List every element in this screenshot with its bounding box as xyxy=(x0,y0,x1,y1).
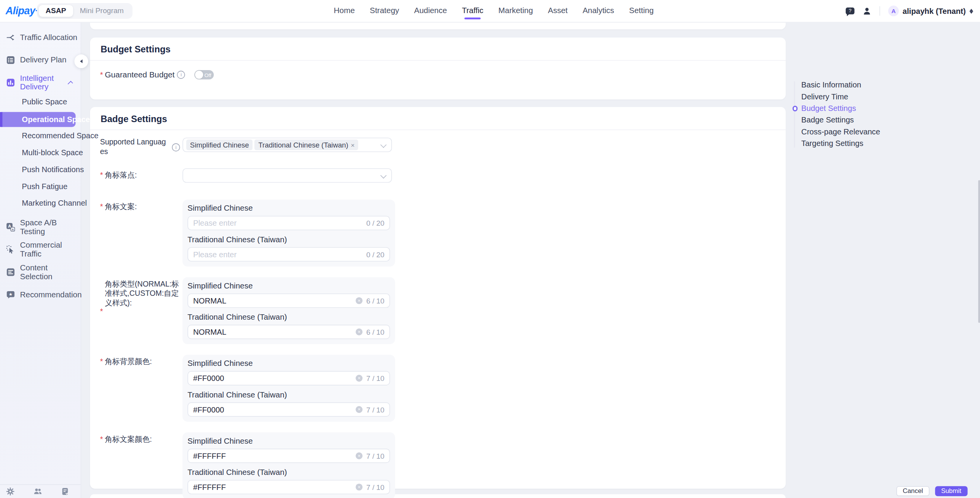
guaranteed-budget-toggle[interactable]: Off xyxy=(194,70,214,79)
tenant-avatar: A xyxy=(888,6,899,17)
audit-note-icon[interactable] xyxy=(61,487,69,495)
intelligent-delivery-icon xyxy=(6,78,15,87)
nav-item-strategy[interactable]: Strategy xyxy=(370,0,399,22)
supported-languages-select[interactable]: Simplified Chinese Traditional Chinese (… xyxy=(182,137,392,152)
sidebar-item-label: Traffic Allocation xyxy=(20,33,77,42)
nav-item-asset[interactable]: Asset xyxy=(548,0,568,22)
collapse-left-icon xyxy=(78,59,82,63)
sidebar-item-content-selection[interactable]: Content Selection xyxy=(0,261,81,283)
sidebar-subitem-push-notifications[interactable]: Push Notifications xyxy=(0,161,81,178)
clear-input-icon[interactable] xyxy=(356,453,362,459)
lang-label: Simplified Chinese xyxy=(187,360,390,368)
previous-section-card-edge xyxy=(90,22,786,29)
required-asterisk: * xyxy=(100,435,103,444)
badge-bg-color-sc-input[interactable] xyxy=(193,374,352,383)
nav-item-traffic[interactable]: Traffic xyxy=(462,0,484,22)
sidebar-subitem-marketing-channel[interactable]: Marketing Channel xyxy=(0,195,81,212)
info-icon[interactable] xyxy=(177,71,185,79)
badge-bg-color-tc-input[interactable] xyxy=(193,405,352,414)
anchor-badge-settings[interactable]: Badge Settings xyxy=(794,114,880,126)
char-counter: 6 / 10 xyxy=(366,297,384,305)
sidebar-subitem-recommended-space[interactable]: Recommended Space xyxy=(0,127,81,144)
badge-type-tc-input[interactable] xyxy=(193,327,352,336)
char-counter: 6 / 10 xyxy=(366,328,384,336)
required-asterisk: * xyxy=(100,171,103,180)
badge-text-color-tc-input[interactable] xyxy=(193,483,352,491)
scrollbar-thumb[interactable] xyxy=(978,180,980,323)
section-title-budget-settings: Budget Settings xyxy=(90,37,786,60)
sidebar: Traffic Allocation Delivery Plan Intelli… xyxy=(0,22,81,498)
chat-question-icon[interactable] xyxy=(846,7,855,14)
workspace-tab-mini-program[interactable]: Mini Program xyxy=(73,5,131,17)
clear-input-icon[interactable] xyxy=(356,484,362,491)
sidebar-subitem-push-fatigue[interactable]: Push Fatigue xyxy=(0,178,81,195)
badge-text-tc-input[interactable] xyxy=(193,250,362,259)
chevron-up-icon xyxy=(68,81,73,86)
badge-text-color-group: Simplified Chinese 7 / 10 Traditional Ch… xyxy=(182,433,395,498)
lang-label: Traditional Chinese (Taiwan) xyxy=(187,236,390,244)
lang-label: Traditional Chinese (Taiwan) xyxy=(187,314,390,322)
nav-item-audience[interactable]: Audience xyxy=(414,0,447,22)
lang-label: Traditional Chinese (Taiwan) xyxy=(187,391,390,399)
sidebar-item-delivery-plan[interactable]: Delivery Plan xyxy=(0,49,81,71)
char-counter: 7 / 10 xyxy=(366,406,384,414)
badge-type-tc-field: 6 / 10 xyxy=(187,325,390,339)
badge-bg-color-label: * 角标背景颜色: xyxy=(100,355,182,422)
nav-item-analytics[interactable]: Analytics xyxy=(583,0,614,22)
sidebar-item-commercial-traffic[interactable]: Commercial Traffic xyxy=(0,238,81,261)
guaranteed-budget-label-text: Guaranteed Budget xyxy=(105,70,174,79)
sidebar-collapse-button[interactable] xyxy=(74,54,88,68)
badge-position-select[interactable] xyxy=(182,168,392,183)
badge-text-sc-input[interactable] xyxy=(193,219,362,228)
badge-bg-color-row: * 角标背景颜色: Simplified Chinese 7 / 10 Trad… xyxy=(90,355,786,422)
sidebar-item-recommendation[interactable]: ★ Recommendation xyxy=(0,283,81,306)
recommendation-icon: ★ xyxy=(6,290,15,299)
sidebar-item-label: Space A/B Testing xyxy=(20,218,81,236)
badge-type-sc-field: 6 / 10 xyxy=(187,293,390,308)
cancel-button[interactable]: Cancel xyxy=(897,486,929,496)
sidebar-item-traffic-allocation[interactable]: Traffic Allocation xyxy=(0,26,81,49)
tag-close-icon[interactable] xyxy=(351,141,355,148)
traffic-allocation-icon xyxy=(6,33,15,42)
team-icon[interactable] xyxy=(34,487,42,495)
person-icon[interactable] xyxy=(863,7,871,15)
workspace-tab-group: ASAP Mini Program xyxy=(37,3,132,19)
sidebar-item-label: Delivery Plan xyxy=(20,56,67,65)
language-tag-traditional-chinese: Traditional Chinese (Taiwan) xyxy=(255,139,359,150)
nav-item-setting[interactable]: Setting xyxy=(629,0,654,22)
svg-text:a: a xyxy=(12,228,14,231)
info-icon[interactable] xyxy=(172,143,180,151)
clear-input-icon[interactable] xyxy=(356,297,362,304)
clear-input-icon[interactable] xyxy=(356,329,362,335)
sidebar-subitem-multi-block-space[interactable]: Multi-block Space xyxy=(0,144,81,161)
nav-item-marketing[interactable]: Marketing xyxy=(498,0,533,22)
submit-button[interactable]: Submit xyxy=(935,486,968,496)
badge-text-color-sc-input[interactable] xyxy=(193,451,352,460)
chevron-down-icon xyxy=(381,142,387,148)
anchor-cross-page-relevance[interactable]: Cross-page Relevance xyxy=(794,126,880,138)
badge-text-sc-field: 0 / 20 xyxy=(187,216,390,230)
nav-item-home[interactable]: Home xyxy=(334,0,355,22)
required-asterisk: * xyxy=(100,357,103,367)
clear-input-icon[interactable] xyxy=(356,375,362,382)
sidebar-subitem-operational-space[interactable]: Operational Space xyxy=(0,112,76,127)
sidebar-item-label: Commercial Traffic xyxy=(20,241,81,258)
settings-gear-icon[interactable] xyxy=(6,487,14,495)
workspace-tab-asap[interactable]: ASAP xyxy=(39,5,73,17)
anchor-delivery-time[interactable]: Delivery Time xyxy=(794,91,880,103)
sidebar-item-space-ab-testing[interactable]: Aa Space A/B Testing xyxy=(0,216,81,238)
clear-input-icon[interactable] xyxy=(356,406,362,413)
anchor-targeting-settings[interactable]: Targeting Settings xyxy=(794,138,880,149)
sidebar-item-intelligent-delivery[interactable]: Intelligent Delivery xyxy=(0,71,81,94)
navbar-divider xyxy=(880,6,880,15)
badge-position-row: * 角标落点: xyxy=(90,168,786,183)
badge-bg-color-tc-field: 7 / 10 xyxy=(187,402,390,417)
anchor-budget-settings[interactable]: Budget Settings xyxy=(794,103,880,114)
badge-text-row: * 角标文案: Simplified Chinese 0 / 20 Tradit… xyxy=(90,200,786,267)
sidebar-subitem-public-space[interactable]: Public Space xyxy=(0,94,81,111)
badge-text-label: * 角标文案: xyxy=(100,200,182,267)
tenant-switcher[interactable]: A alipayhk (Tenant) xyxy=(888,6,973,17)
badge-type-sc-input[interactable] xyxy=(193,296,352,305)
anchor-basic-information[interactable]: Basic Information xyxy=(794,79,880,91)
char-counter: 7 / 10 xyxy=(366,452,384,460)
